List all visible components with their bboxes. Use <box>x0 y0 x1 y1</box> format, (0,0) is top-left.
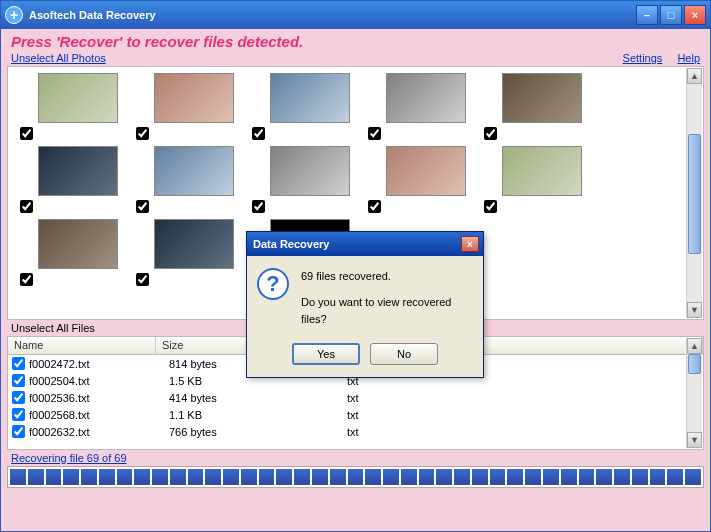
dialog-message-1: 69 files recovered. <box>301 268 473 286</box>
progress-block <box>117 469 133 485</box>
progress-block <box>312 469 328 485</box>
file-name: f0002472.txt <box>29 358 169 370</box>
file-row[interactable]: f0002536.txt414 bytestxt <box>8 389 703 406</box>
body-area: Press 'Recover' to recover files detecte… <box>1 29 710 531</box>
progress-block <box>543 469 559 485</box>
photo-thumbnail <box>154 73 234 123</box>
progress-block <box>28 469 44 485</box>
scroll-track[interactable] <box>687 354 702 432</box>
app-window: + Asoftech Data Recovery – □ × Press 'Re… <box>0 0 711 532</box>
photo-checkbox[interactable] <box>20 273 33 286</box>
progress-block <box>472 469 488 485</box>
photo-item[interactable] <box>136 73 234 140</box>
progress-block <box>330 469 346 485</box>
progress-block <box>170 469 186 485</box>
titlebar: + Asoftech Data Recovery – □ × <box>1 1 710 29</box>
file-checkbox[interactable] <box>12 408 25 421</box>
no-button[interactable]: No <box>370 343 438 365</box>
progress-block <box>614 469 630 485</box>
progress-block <box>99 469 115 485</box>
progress-block <box>259 469 275 485</box>
progress-block <box>188 469 204 485</box>
photo-item[interactable] <box>368 146 466 213</box>
photo-thumbnail <box>154 146 234 196</box>
file-size: 414 bytes <box>169 392 347 404</box>
photo-checkbox[interactable] <box>368 127 381 140</box>
progress-block <box>579 469 595 485</box>
photo-item[interactable] <box>136 219 234 286</box>
photo-checkbox[interactable] <box>368 200 381 213</box>
file-size: 766 bytes <box>169 426 347 438</box>
instruction-text: Press 'Recover' to recover files detecte… <box>7 33 704 52</box>
progress-block <box>561 469 577 485</box>
photo-scrollbar[interactable]: ▲ ▼ <box>686 68 702 318</box>
photo-item[interactable] <box>368 73 466 140</box>
progress-block <box>348 469 364 485</box>
photo-checkbox[interactable] <box>136 127 149 140</box>
dialog-buttons: Yes No <box>247 333 483 377</box>
photo-thumbnail <box>270 73 350 123</box>
scroll-down-arrow-icon[interactable]: ▼ <box>687 432 702 448</box>
photo-item[interactable] <box>20 146 118 213</box>
dialog-title: Data Recovery <box>251 238 461 250</box>
photo-checkbox[interactable] <box>252 200 265 213</box>
scroll-thumb[interactable] <box>688 134 701 254</box>
yes-button[interactable]: Yes <box>292 343 360 365</box>
settings-link[interactable]: Settings <box>623 52 663 64</box>
file-row[interactable]: f0002632.txt766 bytestxt <box>8 423 703 440</box>
photo-thumbnail <box>38 73 118 123</box>
photo-item[interactable] <box>136 146 234 213</box>
dialog-close-button[interactable]: × <box>461 236 479 252</box>
photo-item[interactable] <box>484 146 582 213</box>
photo-checkbox[interactable] <box>484 127 497 140</box>
photo-item[interactable] <box>20 219 118 286</box>
photo-checkbox[interactable] <box>484 200 497 213</box>
photo-thumbnail <box>38 146 118 196</box>
dialog-body: ? 69 files recovered. Do you want to vie… <box>247 256 483 333</box>
minimize-button[interactable]: – <box>636 5 658 25</box>
photo-thumbnail <box>270 146 350 196</box>
photo-item[interactable] <box>484 73 582 140</box>
app-icon: + <box>5 6 23 24</box>
top-link-row: Unselect All Photos Settings Help <box>7 52 704 66</box>
unselect-all-photos-link[interactable]: Unselect All Photos <box>11 52 106 64</box>
progress-block <box>10 469 26 485</box>
file-checkbox[interactable] <box>12 391 25 404</box>
file-checkbox[interactable] <box>12 425 25 438</box>
progress-block <box>134 469 150 485</box>
col-header-blank <box>474 337 703 354</box>
progress-block <box>401 469 417 485</box>
file-checkbox[interactable] <box>12 357 25 370</box>
scroll-down-arrow-icon[interactable]: ▼ <box>687 302 702 318</box>
scroll-up-arrow-icon[interactable]: ▲ <box>687 68 702 84</box>
help-link[interactable]: Help <box>677 52 700 64</box>
progress-block <box>667 469 683 485</box>
close-button[interactable]: × <box>684 5 706 25</box>
photo-item[interactable] <box>20 73 118 140</box>
photo-checkbox[interactable] <box>136 200 149 213</box>
scroll-thumb[interactable] <box>688 354 701 374</box>
progress-block <box>63 469 79 485</box>
progress-block <box>241 469 257 485</box>
photo-checkbox[interactable] <box>20 127 33 140</box>
maximize-button[interactable]: □ <box>660 5 682 25</box>
photo-thumbnail <box>386 73 466 123</box>
file-extension: txt <box>347 409 487 421</box>
file-checkbox[interactable] <box>12 374 25 387</box>
scroll-up-arrow-icon[interactable]: ▲ <box>687 338 702 354</box>
progress-block <box>632 469 648 485</box>
scroll-track[interactable] <box>687 84 702 302</box>
col-header-name[interactable]: Name <box>8 337 156 354</box>
file-extension: txt <box>347 426 487 438</box>
file-name: f0002536.txt <box>29 392 169 404</box>
file-row[interactable]: f0002568.txt1.1 KBtxt <box>8 406 703 423</box>
photo-item[interactable] <box>252 73 350 140</box>
file-scrollbar[interactable]: ▲ ▼ <box>686 338 702 448</box>
progress-block <box>650 469 666 485</box>
photo-checkbox[interactable] <box>20 200 33 213</box>
photo-checkbox[interactable] <box>252 127 265 140</box>
photo-checkbox[interactable] <box>136 273 149 286</box>
photo-item[interactable] <box>252 146 350 213</box>
progress-block <box>365 469 381 485</box>
window-buttons: – □ × <box>636 5 706 25</box>
